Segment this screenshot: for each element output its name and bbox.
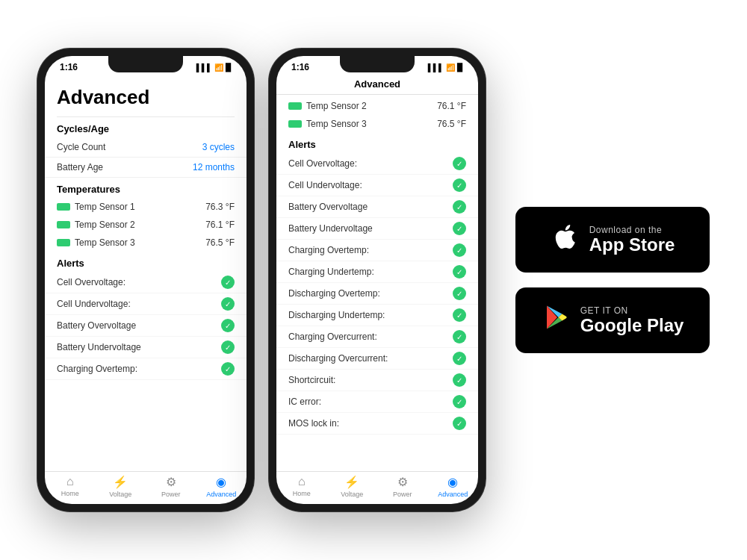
google-play-button[interactable]: GET IT ON Google Play: [515, 287, 710, 353]
alert-cell-undervoltage-2: Cell Undervoltage: ✓: [276, 175, 478, 196]
section-alerts-header-1: Alerts: [45, 252, 247, 272]
check-battery-overvoltage-1: ✓: [221, 319, 235, 332]
temp-sensor-1-name: Temp Sensor 1: [75, 202, 135, 212]
nav-header-2: Advanced: [276, 75, 478, 95]
app-store-name: App Store: [589, 235, 675, 255]
tab-home-label-1: Home: [61, 490, 79, 497]
temp-sensor-2-name: Temp Sensor 2: [75, 220, 135, 230]
alert-cell-undervoltage-1: Cell Undervoltage: ✓: [45, 293, 247, 315]
advanced-icon-2: ◉: [447, 475, 458, 489]
alert-battery-overvoltage-1: Battery Overvoltage ✓: [45, 315, 247, 337]
temp-sensor-3-value: 76.5 °F: [205, 237, 235, 248]
tab-advanced-2[interactable]: ◉ Advanced: [428, 475, 479, 498]
check-5-p2: ✓: [453, 243, 466, 257]
temp-sensor-2-row-p2: Temp Sensor 2 76.1 °F: [276, 95, 478, 115]
check-13-p2: ✓: [453, 417, 466, 430]
tab-power-2[interactable]: ⚙ Power: [377, 475, 428, 498]
alert-charging-overtemp-2: Charging Overtemp: ✓: [276, 240, 478, 261]
tab-bar-2: ⌂ Home ⚡ Voltage ⚙ Power ◉ Advanced: [276, 471, 478, 504]
google-play-text: GET IT ON Google Play: [580, 305, 684, 335]
app-store-text: Download on the App Store: [589, 225, 675, 255]
google-play-sub: GET IT ON: [580, 305, 684, 316]
tab-advanced-label-2: Advanced: [438, 491, 468, 498]
alert-cell-overvoltage-1: Cell Overvoltage: ✓: [45, 272, 247, 293]
voltage-icon-1: ⚡: [113, 475, 128, 489]
alert-charging-overtemp-1: Charging Overtemp: ✓: [45, 358, 247, 380]
tab-home-2[interactable]: ⌂ Home: [276, 475, 327, 498]
tab-advanced-label-1: Advanced: [206, 491, 236, 498]
temp-bar-2: [57, 221, 70, 228]
temp-bar-3: [57, 239, 70, 246]
temp-sensor-2-label: Temp Sensor 2: [57, 220, 135, 230]
battery-age-row: Battery Age 12 months: [45, 158, 247, 178]
phone-1-content: Advanced Cycles/Age Cycle Count 3 cycles…: [45, 75, 247, 471]
tab-voltage-1[interactable]: ⚡ Voltage: [96, 475, 146, 498]
check-12-p2: ✓: [453, 395, 466, 408]
check-9-p2: ✓: [453, 330, 466, 343]
app-store-sub: Download on the: [589, 225, 675, 235]
apple-icon: [551, 223, 579, 258]
voltage-icon-2: ⚡: [344, 475, 359, 489]
alert-battery-undervoltage-2: Battery Undervoltage ✓: [276, 218, 478, 240]
temp-sensor-2-value-p2: 76.1 °F: [437, 101, 466, 111]
check-11-p2: ✓: [453, 373, 466, 387]
phone-1-inner: 1:16 ▌▌▌ 📶 ▉ Advanced Cycles/Age Cycle C…: [45, 56, 247, 504]
check-cell-overvoltage-1: ✓: [221, 276, 235, 289]
app-store-button[interactable]: Download on the App Store: [515, 207, 710, 273]
temp-bar-1: [57, 203, 70, 211]
tab-advanced-1[interactable]: ◉ Advanced: [196, 475, 247, 498]
phone-1: 1:16 ▌▌▌ 📶 ▉ Advanced Cycles/Age Cycle C…: [37, 49, 254, 511]
temp-sensor-1-label: Temp Sensor 1: [57, 202, 135, 212]
temp-sensor-2-value: 76.1 °F: [205, 220, 235, 230]
alert-battery-undervoltage-1: Battery Undervoltage ✓: [45, 337, 247, 358]
alert-battery-overvoltage-2: Battery Overvoltage ✓: [276, 196, 478, 218]
google-play-icon: [542, 303, 570, 338]
battery-icon: ▉: [226, 63, 232, 72]
tab-power-1[interactable]: ⚙ Power: [146, 475, 196, 498]
phone-2: 1:16 ▌▌▌ 📶 ▉ Advanced Temp Sens: [269, 49, 486, 511]
alert-ic-error-2: IC error: ✓: [276, 391, 478, 413]
alert-discharging-overtemp-2: Discharging Overtemp: ✓: [276, 283, 478, 305]
home-icon-2: ⌂: [298, 475, 306, 488]
temp-sensor-1-value: 76.3 °F: [205, 202, 235, 212]
phones-container: 1:16 ▌▌▌ 📶 ▉ Advanced Cycles/Age Cycle C…: [37, 49, 486, 511]
check-battery-undervoltage-1: ✓: [221, 340, 235, 354]
time-1: 1:16: [60, 62, 78, 72]
wifi-icon-2: 📶: [446, 63, 455, 72]
tab-voltage-2[interactable]: ⚡ Voltage: [327, 475, 378, 498]
section-temp-header-1: Temperatures: [45, 178, 247, 198]
temp-sensor-3-row: Temp Sensor 3 76.5 °F: [45, 234, 247, 252]
tab-voltage-label-1: Voltage: [109, 491, 131, 498]
tab-voltage-label-2: Voltage: [341, 491, 363, 498]
tab-home-1[interactable]: ⌂ Home: [45, 475, 96, 498]
status-icons-2: ▌▌▌ 📶 ▉: [428, 63, 463, 72]
alert-discharging-undertemp-2: Discharging Undertemp: ✓: [276, 305, 478, 326]
signal-icon-2: ▌▌▌: [428, 63, 444, 72]
cycle-count-value: 3 cycles: [202, 142, 235, 152]
alert-discharging-overcurrent-2: Discharging Overcurrent: ✓: [276, 348, 478, 370]
temp-sensor-2-row: Temp Sensor 2 76.1 °F: [45, 216, 247, 234]
temp-sensor-3-label-p2: Temp Sensor 3: [288, 119, 367, 129]
home-icon-1: ⌂: [66, 475, 74, 488]
temp-sensor-3-name: Temp Sensor 3: [75, 237, 135, 248]
app-title-1: Advanced: [45, 75, 247, 116]
temp-sensor-3-label: Temp Sensor 3: [57, 237, 135, 248]
check-cell-undervoltage-1: ✓: [221, 297, 235, 311]
notch-2: [340, 56, 415, 72]
check-3-p2: ✓: [453, 200, 466, 214]
temp-sensor-2-label-p2: Temp Sensor 2: [288, 101, 367, 111]
check-8-p2: ✓: [453, 308, 466, 322]
temp-bar-3-p2: [288, 120, 302, 128]
alert-cell-overvoltage-2: Cell Overvoltage: ✓: [276, 153, 478, 175]
cycle-count-label: Cycle Count: [57, 142, 105, 152]
alert-shortcircuit-2: Shortcircuit: ✓: [276, 370, 478, 391]
google-play-name: Google Play: [580, 316, 684, 335]
battery-icon-2: ▉: [457, 63, 463, 72]
power-icon-2: ⚙: [397, 475, 408, 489]
temp-sensor-3-name-p2: Temp Sensor 3: [306, 119, 367, 129]
alert-charging-undertemp-2: Charging Undertemp: ✓: [276, 261, 478, 283]
temp-bar-2-p2: [288, 102, 302, 110]
temp-sensor-3-value-p2: 76.5 °F: [437, 119, 466, 129]
tab-power-label-1: Power: [161, 491, 181, 498]
section-alerts-header-2: Alerts: [276, 133, 478, 153]
